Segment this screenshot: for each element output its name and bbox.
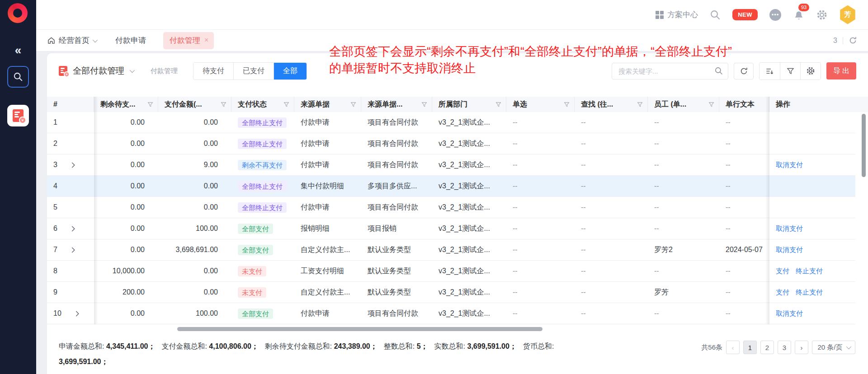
message-icon[interactable]: ••• — [769, 9, 781, 21]
pagination-page-1[interactable]: 1 — [743, 341, 757, 354]
column-header-所属部门[interactable]: 所属部门 — [432, 97, 506, 112]
column-header-剩余待支...[interactable]: 剩余待支... — [94, 97, 158, 112]
cell-payment-amount: 0.00 — [158, 282, 231, 303]
solution-center-button[interactable]: 方案中心 — [656, 9, 698, 20]
cell-actions: 取消支付 — [769, 218, 855, 239]
filter-tab-已支付[interactable]: 已支付 — [233, 63, 274, 79]
cell-lookup: -- — [575, 239, 648, 260]
column-header-单行文本[interactable]: 单行文本 — [719, 97, 769, 112]
cell-source-doc-type: 默认业务类型 — [361, 261, 432, 281]
action-link-支付[interactable]: 支付 — [776, 267, 789, 276]
tab-home[interactable]: 经营首页 — [47, 35, 96, 46]
pagination-page-3[interactable]: 3 — [778, 341, 791, 354]
summary-line2: 3,699,591.00； — [59, 354, 619, 369]
cell-payment-status: 全部支付 — [231, 239, 294, 260]
table-row-8[interactable]: 810,000.000.00未支付工资支付明细默认业务类型v3_2_1测试企..… — [47, 261, 855, 282]
user-avatar[interactable]: 芳 — [839, 5, 856, 24]
cell-remaining-amount: 0.00 — [94, 197, 158, 218]
table-row-1[interactable]: 10.000.00全部终止支付付款申请项目有合同付款v3_2_1测试企...--… — [47, 112, 855, 133]
sidebar-collapse-icon[interactable]: « — [0, 43, 36, 57]
sidebar-app-payment-icon[interactable]: ¥ — [7, 105, 29, 126]
table-row-2[interactable]: 20.000.00全部终止支付付款申请项目有合同付款v3_2_1测试企...--… — [47, 133, 855, 154]
solution-center-label: 方案中心 — [667, 9, 698, 20]
settings-gear-icon[interactable] — [816, 9, 827, 20]
tab-home-label: 经营首页 — [59, 35, 90, 46]
page-size-select[interactable]: 20 条/页 — [812, 341, 855, 354]
column-filter-icon[interactable] — [421, 102, 427, 108]
app-logo-icon[interactable] — [8, 3, 28, 23]
cell-remaining-amount: 0.00 — [94, 112, 158, 133]
column-header-操作[interactable]: 操作 — [769, 97, 855, 112]
table-row-4[interactable]: 40.000.00全部终止支付集中付款明细多项目多供应...v3_2_1测试企.… — [47, 176, 855, 197]
column-filter-icon[interactable] — [708, 102, 714, 108]
column-header-来源单据...[interactable]: 来源单据... — [361, 97, 432, 112]
column-header-来源单据[interactable]: 来源单据 — [294, 97, 361, 112]
cell-remaining-amount: 0.00 — [94, 218, 158, 239]
notification-bell-icon[interactable]: 93 — [793, 9, 805, 21]
tab-close-icon[interactable]: × — [204, 36, 208, 44]
page-size-value: 20 条/页 — [817, 343, 842, 352]
row-index: 3 — [53, 161, 57, 169]
column-filter-icon[interactable] — [283, 102, 289, 108]
cell-department: v3_2_1测试企... — [432, 261, 506, 281]
global-search-icon[interactable] — [710, 9, 721, 20]
pagination-prev-button[interactable]: ‹ — [726, 341, 740, 354]
action-link-支付[interactable]: 支付 — [776, 288, 789, 297]
row-expand-icon[interactable] — [71, 226, 75, 232]
cell-single-line-text: -- — [719, 218, 769, 239]
filter-tab-待支付[interactable]: 待支付 — [193, 63, 233, 79]
table-row-5[interactable]: 50.000.00全部终止支付付款申请项目有合同付款v3_2_1测试企...--… — [47, 197, 855, 218]
column-header-#[interactable]: # — [47, 97, 94, 112]
cell-source-doc: 自定义付款主... — [294, 239, 361, 260]
column-header-支付金额(...[interactable]: 支付金额(... — [158, 97, 231, 112]
column-header-查找 (往...[interactable]: 查找 (往... — [575, 97, 648, 112]
row-expand-icon[interactable] — [75, 311, 80, 317]
vertical-scrollbar[interactable] — [862, 114, 866, 177]
column-header-员工 (单...[interactable]: 员工 (单... — [648, 97, 719, 112]
action-link-终止支付[interactable]: 终止支付 — [796, 288, 823, 297]
table-row-9[interactable]: 9200.000.00未支付自定义付款主...默认业务类型v3_2_1测试企..… — [47, 282, 855, 303]
home-icon — [47, 36, 56, 45]
cell-payment-amount: 0.00 — [158, 261, 231, 281]
cell-single-line-text: -- — [719, 176, 769, 196]
table-row-7[interactable]: 70.003,698,691.00全部支付自定义付款主...默认业务类型v3_2… — [47, 239, 855, 261]
cell-lookup: -- — [575, 197, 648, 218]
row-expand-icon[interactable] — [71, 247, 75, 253]
cell-source-doc: 付款申请 — [294, 197, 361, 218]
column-filter-icon[interactable] — [637, 102, 643, 108]
row-expand-icon[interactable] — [71, 162, 75, 168]
cell-department: v3_2_1测试企... — [432, 303, 506, 324]
column-header-单选[interactable]: 单选 — [506, 97, 575, 112]
action-link-取消支付[interactable]: 取消支付 — [776, 224, 803, 233]
tab-payment-request[interactable]: 付款申请 — [115, 35, 146, 46]
chevron-down-icon — [846, 344, 851, 349]
cell-actions: 取消支付 — [769, 303, 855, 324]
column-filter-icon[interactable] — [350, 102, 356, 108]
table-row-6[interactable]: 60.00100.00全部支付报销明细项目报销v3_2_1测试企...-----… — [47, 218, 855, 239]
column-filter-icon[interactable] — [221, 102, 226, 108]
horizontal-scrollbar[interactable] — [177, 327, 542, 331]
column-filter-icon[interactable] — [495, 102, 501, 108]
column-header-支付状态[interactable]: 支付状态 — [231, 97, 294, 112]
pagination-page-2[interactable]: 2 — [760, 341, 774, 354]
sidebar-search-button[interactable] — [7, 66, 29, 88]
pagination-next-button[interactable]: › — [795, 341, 808, 354]
column-filter-icon[interactable] — [564, 102, 570, 108]
filter-tab-全部[interactable]: 全部 — [274, 63, 307, 79]
table-row-3[interactable]: 30.009.00剩余不再支付付款申请项目有合同付款v3_2_1测试企...--… — [47, 154, 855, 176]
action-link-取消支付[interactable]: 取消支付 — [776, 161, 803, 169]
summary-label: 整数总和: — [384, 342, 415, 350]
cell-actions — [769, 112, 855, 133]
action-link-取消支付[interactable]: 取消支付 — [776, 309, 803, 318]
status-badge: 全部支付 — [238, 245, 273, 255]
view-title-dropdown[interactable]: ¥ 全部付款管理 — [59, 65, 133, 77]
table-row-10[interactable]: 100.00100.00全部支付付款申请项目有合同付款v3_2_1测试企...-… — [47, 303, 855, 324]
cell-payment-amount: 0.00 — [158, 133, 231, 154]
cell-payment-status: 全部终止支付 — [231, 133, 294, 154]
cell-single-select: -- — [506, 282, 575, 303]
action-link-取消支付[interactable]: 取消支付 — [776, 246, 803, 254]
tab-payment-management-active[interactable]: 付款管理 × — [163, 32, 214, 49]
column-filter-icon[interactable] — [147, 102, 153, 108]
action-link-终止支付[interactable]: 终止支付 — [796, 267, 823, 276]
new-badge[interactable]: NEW — [732, 9, 758, 20]
